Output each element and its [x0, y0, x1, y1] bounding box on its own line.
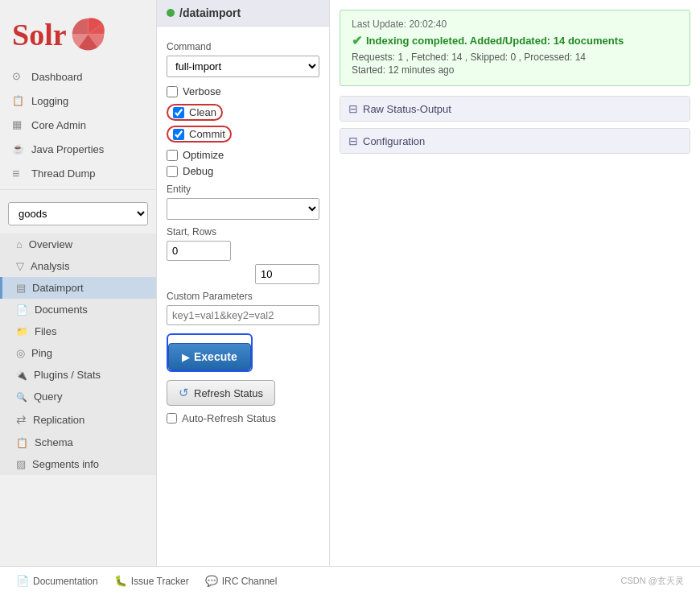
sub-nav-analysis[interactable]: Analysis: [0, 255, 156, 277]
panel-path: /dataimport: [179, 6, 241, 19]
nav-label-logging: Logging: [31, 95, 68, 107]
custom-params-label: Custom Parameters: [167, 291, 319, 302]
thread-icon: [12, 167, 25, 180]
entity-select[interactable]: [167, 198, 319, 220]
sub-nav-label-segments: Segments info: [32, 458, 99, 470]
coreadmin-icon: [12, 118, 25, 131]
nav-item-dashboard[interactable]: Dashboard: [0, 64, 156, 89]
sub-nav-replication[interactable]: Replication: [0, 407, 156, 432]
sub-nav-label-ping: Ping: [31, 347, 52, 359]
commit-label: Commit: [189, 128, 225, 140]
footer-credit: CSDN @玄天灵: [621, 575, 684, 587]
sub-nav-label-analysis: Analysis: [31, 260, 69, 272]
sub-nav-overview[interactable]: Overview: [0, 233, 156, 255]
sub-nav-label-overview: Overview: [29, 238, 72, 250]
verbose-checkbox[interactable]: [167, 86, 178, 97]
sub-nav-label-query: Query: [34, 390, 62, 403]
sub-nav-label-replication: Replication: [33, 414, 84, 426]
java-icon: [12, 143, 25, 155]
rows-input[interactable]: [255, 264, 319, 284]
sub-nav-schema[interactable]: Schema: [0, 432, 156, 453]
nav-label-core-admin: Core Admin: [31, 119, 86, 131]
refresh-button[interactable]: Refresh Status: [167, 380, 275, 406]
sub-nav-label-plugins: Plugins / Stats: [34, 369, 101, 381]
collapse-icon: ⊟: [348, 102, 358, 115]
irc-icon: [205, 575, 218, 587]
analysis-icon: [16, 260, 24, 272]
configuration-section: ⊟ Configuration: [340, 128, 690, 154]
sub-nav-label-documents: Documents: [35, 304, 88, 316]
check-icon: ✔: [352, 33, 362, 48]
plugins-icon: [16, 369, 27, 381]
clean-checkbox[interactable]: [173, 107, 184, 118]
sub-nav-ping[interactable]: Ping: [0, 342, 156, 364]
configuration-label: Configuration: [363, 135, 425, 147]
command-label: Command: [167, 41, 319, 52]
core-selector: goods collection1: [8, 202, 148, 225]
last-update-label: Last Update:: [352, 19, 406, 30]
optimize-label: Optimize: [183, 149, 224, 161]
started-value: 12 minutes ago: [388, 64, 454, 76]
middle-panel: /dataimport Command full-import delta-im…: [157, 0, 330, 566]
clean-row: Clean: [167, 104, 223, 121]
panel-header: /dataimport: [157, 0, 329, 27]
skipped-label: Skipped:: [471, 52, 509, 63]
overview-icon: [16, 238, 23, 250]
sub-nav-plugins[interactable]: Plugins / Stats: [0, 364, 156, 386]
documentation-link[interactable]: Documentation: [16, 575, 98, 587]
processed-value: 14: [575, 52, 586, 63]
nav-item-core-admin[interactable]: Core Admin: [0, 113, 156, 137]
verbose-label: Verbose: [183, 85, 221, 97]
dataimport-icon: [16, 282, 26, 294]
doc-icon: [16, 575, 29, 587]
debug-checkbox[interactable]: [167, 166, 178, 177]
refresh-label: Refresh Status: [194, 387, 263, 399]
nav-item-java-properties[interactable]: Java Properties: [0, 137, 156, 161]
requests-line: Requests: 1 , Fetched: 14 , Skipped: 0 ,…: [352, 52, 678, 63]
nav-item-logging[interactable]: Logging: [0, 89, 156, 113]
command-select[interactable]: full-import delta-import status reload-c…: [167, 56, 319, 77]
ping-icon: [16, 347, 25, 359]
nav-item-thread-dump[interactable]: Thread Dump: [0, 161, 156, 185]
core-select-dropdown[interactable]: goods collection1: [8, 202, 148, 225]
sub-nav: Overview Analysis Dataimport Documents F…: [0, 233, 156, 475]
sub-nav-query[interactable]: Query: [0, 386, 156, 407]
execute-button[interactable]: Execute: [168, 343, 251, 370]
irc-link[interactable]: IRC Channel: [205, 575, 278, 587]
issue-tracker-link[interactable]: Issue Tracker: [114, 575, 189, 587]
nav-label-java: Java Properties: [31, 143, 104, 155]
auto-refresh-row: Auto-Refresh Status: [167, 412, 319, 424]
raw-status-label: Raw Status-Output: [363, 103, 451, 115]
doc-label: Documentation: [33, 576, 98, 587]
documents-icon: [16, 304, 28, 316]
files-icon: [16, 325, 28, 337]
sub-nav-documents[interactable]: Documents: [0, 299, 156, 320]
footer: Documentation Issue Tracker IRC Channel …: [0, 566, 700, 595]
requests-label: Requests:: [352, 52, 395, 63]
raw-status-header[interactable]: ⊟ Raw Status-Output: [340, 97, 690, 121]
last-update-time: 20:02:40: [409, 19, 447, 30]
start-rows-label: Start, Rows: [167, 226, 319, 238]
issue-label: Issue Tracker: [131, 576, 189, 587]
logo-icon: [70, 16, 106, 52]
sidebar: Solr Dashboard Logging Core Ad: [0, 0, 157, 566]
execute-label: Execute: [194, 350, 237, 363]
replication-icon: [16, 412, 27, 427]
commit-checkbox[interactable]: [173, 129, 184, 140]
sub-nav-files[interactable]: Files: [0, 320, 156, 342]
segments-icon: [16, 458, 26, 470]
logo-text: Solr: [12, 17, 67, 52]
verbose-row: Verbose: [167, 85, 319, 97]
custom-params-input[interactable]: [167, 305, 319, 325]
auto-refresh-checkbox[interactable]: [167, 413, 177, 424]
optimize-checkbox[interactable]: [167, 150, 178, 161]
configuration-header[interactable]: ⊟ Configuration: [340, 129, 690, 153]
auto-refresh-label: Auto-Refresh Status: [182, 412, 276, 424]
success-message: Indexing completed. Added/Updated: 14 do…: [366, 35, 624, 47]
sub-nav-segments[interactable]: Segments info: [0, 453, 156, 475]
status-box: Last Update: 20:02:40 ✔ Indexing complet…: [340, 10, 690, 86]
start-input[interactable]: [167, 241, 231, 261]
logging-icon: [12, 94, 25, 107]
nav-label-dashboard: Dashboard: [31, 71, 83, 83]
sub-nav-dataimport[interactable]: Dataimport: [0, 277, 156, 299]
